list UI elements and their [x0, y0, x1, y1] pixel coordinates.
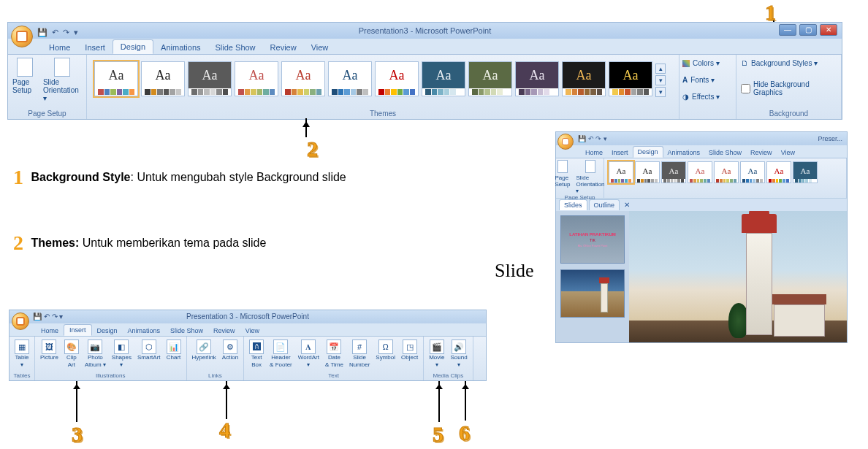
tab-insert[interactable]: Insert	[607, 147, 633, 158]
theme-thumbnail[interactable]: Aa	[515, 61, 559, 96]
movie-button[interactable]: 🎬Movie▾	[427, 339, 446, 369]
hide-background-graphics-checkbox[interactable]: Hide Background Graphics	[741, 80, 837, 96]
text-icon: 🅰	[249, 339, 264, 354]
qat-dropdown-icon[interactable]: ▾	[74, 24, 78, 40]
theme-thumbnail[interactable]: Aa	[714, 161, 739, 183]
tab-design[interactable]: Design	[92, 326, 123, 336]
tab-animations[interactable]: Animations	[153, 41, 208, 54]
titlebar-2: 💾 ↶ ↷ ▾ Preser...	[556, 132, 847, 145]
tab-slide-show[interactable]: Slide Show	[208, 41, 263, 54]
theme-scroll-button[interactable]: ▾	[655, 75, 666, 85]
theme-thumbnail[interactable]: Aa	[468, 61, 512, 96]
sound-button[interactable]: 🔊Sound▾	[449, 339, 470, 369]
office-button[interactable]	[11, 26, 33, 47]
tab-home[interactable]: Home	[42, 41, 77, 54]
smartart-button[interactable]: ⬡SmartArt	[135, 339, 163, 361]
slide-canvas[interactable]	[629, 211, 847, 342]
close-panel-icon[interactable]: ✕	[624, 201, 630, 209]
date-button[interactable]: 📅Date& Time	[323, 339, 346, 369]
theme-thumbnail[interactable]: Aa	[740, 161, 765, 183]
undo-icon[interactable]: ↶	[52, 24, 58, 40]
theme-thumbnail[interactable]: Aa	[328, 61, 372, 96]
ribbon-tabs: HomeInsertDesignAnimationsSlide ShowRevi…	[8, 39, 842, 55]
theme-thumbnail[interactable]: Aa	[188, 61, 232, 96]
theme-thumbnail[interactable]: Aa	[141, 61, 185, 96]
tab-insert[interactable]: Insert	[77, 41, 113, 54]
theme-thumbnail[interactable]: Aa	[688, 161, 712, 183]
tab-view[interactable]: View	[304, 41, 336, 54]
theme-thumbnail[interactable]: Aa	[375, 61, 419, 96]
tab-view[interactable]: View	[240, 326, 264, 336]
slide-icon: #	[352, 339, 367, 354]
text-button[interactable]: 🅰TextBox	[247, 339, 266, 369]
theme-thumbnail[interactable]: Aa	[635, 161, 660, 183]
photo-button[interactable]: 📷PhotoAlbum ▾	[83, 339, 108, 369]
theme-thumbnail[interactable]: Aa	[609, 61, 652, 96]
slide-thumbnail-2[interactable]	[560, 269, 625, 318]
slide-button[interactable]: #SlideNumber	[347, 339, 372, 369]
fonts-dropdown[interactable]: AFonts ▾	[682, 76, 733, 84]
maximize-button[interactable]: ▢	[799, 24, 817, 36]
office-button[interactable]	[12, 312, 29, 330]
action-button[interactable]: ⚙Action	[220, 339, 240, 361]
theme-thumbnail[interactable]: Aa	[793, 161, 818, 183]
clip-button[interactable]: 🎨ClipArt	[62, 339, 81, 369]
group-background: 🗋 Background Styles ▾ Hide Background Gr…	[736, 55, 842, 119]
tab-slides[interactable]: Slides	[559, 199, 587, 210]
save-icon[interactable]: 💾	[37, 24, 47, 40]
slide-orientation-button[interactable]: Slide Orientation ▾	[576, 160, 604, 194]
shapes-button[interactable]: ◧Shapes▾	[110, 339, 134, 369]
hyperlink-button[interactable]: 🔗Hyperlink	[190, 339, 218, 361]
theme-thumbnail[interactable]: Aa	[422, 61, 465, 96]
tab-animations[interactable]: Animations	[123, 326, 166, 336]
effects-dropdown[interactable]: ◑Effects ▾	[682, 93, 733, 101]
picture-button[interactable]: 🖼Picture	[38, 339, 61, 361]
tab-review[interactable]: Review	[263, 41, 304, 54]
wordart-icon: 𝐀	[301, 339, 316, 354]
group-label-background: Background	[741, 110, 837, 119]
colors-dropdown[interactable]: Colors ▾	[682, 59, 733, 67]
symbol-button[interactable]: ΩSymbol	[373, 339, 397, 361]
minimize-button[interactable]: —	[779, 24, 796, 36]
tab-slide-show[interactable]: Slide Show	[165, 326, 208, 336]
slide-thumbnail-1[interactable]: LATIHAN PRAKTIKUM TIK Ms. Office Power P…	[560, 215, 625, 264]
tab-animations[interactable]: Animations	[663, 147, 705, 158]
movie-icon: 🎬	[430, 339, 444, 354]
theme-thumbnail[interactable]: Aa	[661, 161, 686, 183]
chart-button[interactable]: 📊Chart	[164, 339, 183, 361]
page-setup-button[interactable]: Page Setup	[555, 160, 570, 194]
close-button[interactable]: ✕	[820, 24, 837, 36]
object-button[interactable]: ◳Object	[399, 339, 420, 361]
arrow-3	[76, 381, 77, 422]
theme-thumbnail[interactable]: Aa	[281, 61, 325, 96]
tab-design[interactable]: Design	[113, 39, 153, 54]
table-button[interactable]: ▦Table▾	[12, 339, 31, 369]
tab-review[interactable]: Review	[208, 326, 240, 336]
tab-review[interactable]: Review	[746, 147, 777, 158]
theme-scroll-button[interactable]: ▴	[655, 64, 666, 74]
tab-outline[interactable]: Outline	[589, 199, 620, 210]
office-button[interactable]	[557, 134, 574, 150]
background-styles-dropdown[interactable]: 🗋 Background Styles ▾	[741, 59, 837, 67]
hide-bg-checkbox[interactable]	[741, 84, 750, 93]
group-theme-extra: Colors ▾ AFonts ▾ ◑Effects ▾	[679, 55, 736, 119]
tab-design[interactable]: Design	[633, 146, 663, 158]
slide-orientation-button[interactable]: Slide Orientation ▾	[43, 58, 82, 102]
tab-view[interactable]: View	[777, 147, 799, 158]
tab-slide-show[interactable]: Slide Show	[704, 147, 746, 158]
theme-thumbnail[interactable]: Aa	[94, 61, 138, 96]
tab-insert[interactable]: Insert	[64, 324, 92, 336]
wordart-button[interactable]: 𝐀WordArt▾	[296, 339, 321, 369]
explanation-1: 1 Background Style: Untuk mengubah style…	[13, 166, 346, 189]
theme-thumbnail[interactable]: Aa	[766, 161, 791, 183]
header-button[interactable]: 📄Header& Footer	[267, 339, 294, 369]
tab-home[interactable]: Home	[581, 147, 607, 158]
window-title-2: Preser...	[818, 135, 842, 142]
theme-thumbnail[interactable]: Aa	[235, 61, 278, 96]
tab-home[interactable]: Home	[36, 326, 64, 336]
theme-more-button[interactable]: ▾	[655, 87, 666, 97]
page-setup-button[interactable]: Page Setup	[12, 58, 37, 102]
theme-thumbnail[interactable]: Aa	[609, 161, 633, 183]
theme-thumbnail[interactable]: Aa	[562, 61, 606, 96]
redo-icon[interactable]: ↷	[63, 24, 69, 40]
